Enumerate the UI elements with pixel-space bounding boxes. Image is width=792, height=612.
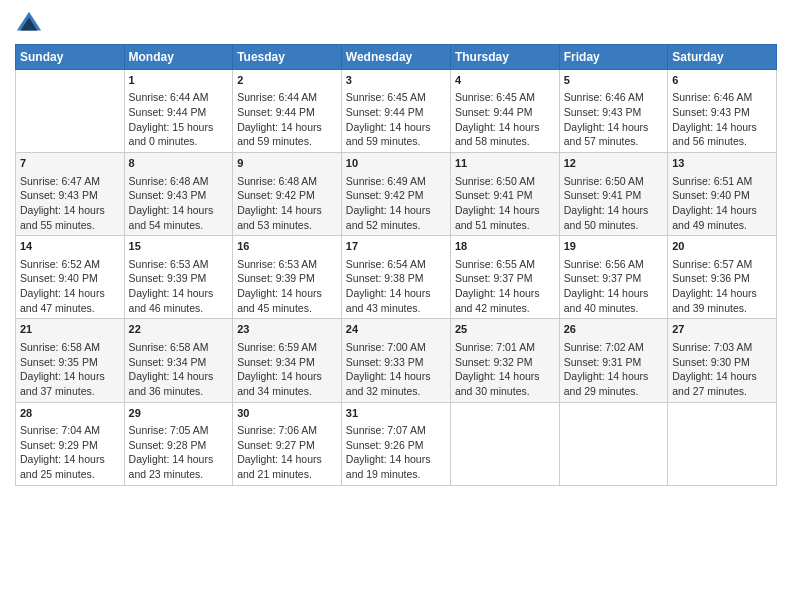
calendar-cell: 2Sunrise: 6:44 AMSunset: 9:44 PMDaylight… — [233, 70, 342, 153]
day-number: 5 — [564, 73, 663, 88]
calendar-cell: 17Sunrise: 6:54 AMSunset: 9:38 PMDayligh… — [341, 236, 450, 319]
sunset-text: Sunset: 9:43 PM — [672, 105, 772, 120]
daylight-text: Daylight: 14 hours and 19 minutes. — [346, 452, 446, 481]
sunset-text: Sunset: 9:43 PM — [564, 105, 663, 120]
day-number: 31 — [346, 406, 446, 421]
sunset-text: Sunset: 9:37 PM — [455, 271, 555, 286]
sunset-text: Sunset: 9:37 PM — [564, 271, 663, 286]
week-row-2: 14Sunrise: 6:52 AMSunset: 9:40 PMDayligh… — [16, 236, 777, 319]
day-number: 29 — [129, 406, 229, 421]
day-number: 24 — [346, 322, 446, 337]
sunrise-text: Sunrise: 6:55 AM — [455, 257, 555, 272]
week-row-3: 21Sunrise: 6:58 AMSunset: 9:35 PMDayligh… — [16, 319, 777, 402]
sunset-text: Sunset: 9:42 PM — [237, 188, 337, 203]
day-number: 2 — [237, 73, 337, 88]
daylight-text: Daylight: 14 hours and 25 minutes. — [20, 452, 120, 481]
calendar-cell: 12Sunrise: 6:50 AMSunset: 9:41 PMDayligh… — [559, 153, 667, 236]
sunrise-text: Sunrise: 6:53 AM — [129, 257, 229, 272]
day-number: 30 — [237, 406, 337, 421]
sunset-text: Sunset: 9:26 PM — [346, 438, 446, 453]
calendar-cell — [450, 402, 559, 485]
daylight-text: Daylight: 14 hours and 50 minutes. — [564, 203, 663, 232]
calendar-cell: 31Sunrise: 7:07 AMSunset: 9:26 PMDayligh… — [341, 402, 450, 485]
sunset-text: Sunset: 9:43 PM — [20, 188, 120, 203]
day-number: 13 — [672, 156, 772, 171]
daylight-text: Daylight: 14 hours and 32 minutes. — [346, 369, 446, 398]
calendar-cell: 16Sunrise: 6:53 AMSunset: 9:39 PMDayligh… — [233, 236, 342, 319]
sunrise-text: Sunrise: 6:53 AM — [237, 257, 337, 272]
day-number: 8 — [129, 156, 229, 171]
sunrise-text: Sunrise: 7:07 AM — [346, 423, 446, 438]
calendar-cell — [559, 402, 667, 485]
day-number: 17 — [346, 239, 446, 254]
day-number: 18 — [455, 239, 555, 254]
daylight-text: Daylight: 14 hours and 21 minutes. — [237, 452, 337, 481]
calendar-cell: 13Sunrise: 6:51 AMSunset: 9:40 PMDayligh… — [668, 153, 777, 236]
sunset-text: Sunset: 9:32 PM — [455, 355, 555, 370]
sunrise-text: Sunrise: 6:44 AM — [129, 90, 229, 105]
sunrise-text: Sunrise: 6:58 AM — [20, 340, 120, 355]
daylight-text: Daylight: 14 hours and 37 minutes. — [20, 369, 120, 398]
calendar-cell: 15Sunrise: 6:53 AMSunset: 9:39 PMDayligh… — [124, 236, 233, 319]
day-number: 9 — [237, 156, 337, 171]
calendar-cell: 27Sunrise: 7:03 AMSunset: 9:30 PMDayligh… — [668, 319, 777, 402]
sunrise-text: Sunrise: 6:57 AM — [672, 257, 772, 272]
sunrise-text: Sunrise: 6:46 AM — [564, 90, 663, 105]
day-number: 1 — [129, 73, 229, 88]
sunset-text: Sunset: 9:42 PM — [346, 188, 446, 203]
daylight-text: Daylight: 14 hours and 27 minutes. — [672, 369, 772, 398]
daylight-text: Daylight: 14 hours and 45 minutes. — [237, 286, 337, 315]
sunset-text: Sunset: 9:33 PM — [346, 355, 446, 370]
sunset-text: Sunset: 9:30 PM — [672, 355, 772, 370]
sunset-text: Sunset: 9:34 PM — [129, 355, 229, 370]
header-day-friday: Friday — [559, 45, 667, 70]
header-day-wednesday: Wednesday — [341, 45, 450, 70]
sunrise-text: Sunrise: 6:47 AM — [20, 174, 120, 189]
sunrise-text: Sunrise: 6:50 AM — [455, 174, 555, 189]
sunrise-text: Sunrise: 6:45 AM — [346, 90, 446, 105]
daylight-text: Daylight: 14 hours and 29 minutes. — [564, 369, 663, 398]
daylight-text: Daylight: 14 hours and 53 minutes. — [237, 203, 337, 232]
calendar-cell: 10Sunrise: 6:49 AMSunset: 9:42 PMDayligh… — [341, 153, 450, 236]
daylight-text: Daylight: 14 hours and 55 minutes. — [20, 203, 120, 232]
sunrise-text: Sunrise: 7:00 AM — [346, 340, 446, 355]
calendar-cell: 19Sunrise: 6:56 AMSunset: 9:37 PMDayligh… — [559, 236, 667, 319]
daylight-text: Daylight: 14 hours and 43 minutes. — [346, 286, 446, 315]
daylight-text: Daylight: 14 hours and 40 minutes. — [564, 286, 663, 315]
sunset-text: Sunset: 9:41 PM — [564, 188, 663, 203]
header-day-thursday: Thursday — [450, 45, 559, 70]
sunrise-text: Sunrise: 6:48 AM — [237, 174, 337, 189]
daylight-text: Daylight: 14 hours and 58 minutes. — [455, 120, 555, 149]
week-row-1: 7Sunrise: 6:47 AMSunset: 9:43 PMDaylight… — [16, 153, 777, 236]
sunrise-text: Sunrise: 7:05 AM — [129, 423, 229, 438]
sunrise-text: Sunrise: 6:56 AM — [564, 257, 663, 272]
sunset-text: Sunset: 9:43 PM — [129, 188, 229, 203]
day-number: 25 — [455, 322, 555, 337]
sunset-text: Sunset: 9:41 PM — [455, 188, 555, 203]
daylight-text: Daylight: 15 hours and 0 minutes. — [129, 120, 229, 149]
day-number: 3 — [346, 73, 446, 88]
daylight-text: Daylight: 14 hours and 57 minutes. — [564, 120, 663, 149]
sunrise-text: Sunrise: 6:49 AM — [346, 174, 446, 189]
day-number: 28 — [20, 406, 120, 421]
daylight-text: Daylight: 14 hours and 56 minutes. — [672, 120, 772, 149]
sunset-text: Sunset: 9:44 PM — [346, 105, 446, 120]
sunset-text: Sunset: 9:44 PM — [129, 105, 229, 120]
sunset-text: Sunset: 9:38 PM — [346, 271, 446, 286]
sunset-text: Sunset: 9:44 PM — [455, 105, 555, 120]
day-number: 16 — [237, 239, 337, 254]
calendar-cell: 14Sunrise: 6:52 AMSunset: 9:40 PMDayligh… — [16, 236, 125, 319]
sunset-text: Sunset: 9:44 PM — [237, 105, 337, 120]
sunset-text: Sunset: 9:40 PM — [20, 271, 120, 286]
sunset-text: Sunset: 9:34 PM — [237, 355, 337, 370]
sunrise-text: Sunrise: 6:45 AM — [455, 90, 555, 105]
calendar-cell: 26Sunrise: 7:02 AMSunset: 9:31 PMDayligh… — [559, 319, 667, 402]
header-day-tuesday: Tuesday — [233, 45, 342, 70]
sunrise-text: Sunrise: 6:44 AM — [237, 90, 337, 105]
calendar-cell: 20Sunrise: 6:57 AMSunset: 9:36 PMDayligh… — [668, 236, 777, 319]
sunset-text: Sunset: 9:29 PM — [20, 438, 120, 453]
sunrise-text: Sunrise: 6:46 AM — [672, 90, 772, 105]
daylight-text: Daylight: 14 hours and 36 minutes. — [129, 369, 229, 398]
calendar-cell: 30Sunrise: 7:06 AMSunset: 9:27 PMDayligh… — [233, 402, 342, 485]
calendar-cell: 1Sunrise: 6:44 AMSunset: 9:44 PMDaylight… — [124, 70, 233, 153]
